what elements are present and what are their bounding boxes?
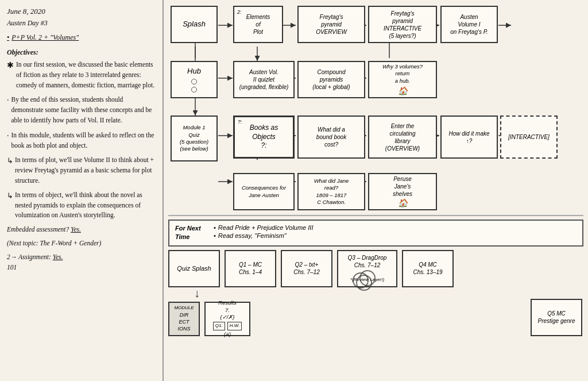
venn-circle-3 <box>356 275 372 291</box>
circulating-label: Enter the circulating library (OVERVIEW) <box>385 122 420 152</box>
elements-box: 2: Elements of Plot <box>233 6 283 43</box>
consequences-box: Consequences for Jane Austen <box>233 173 295 210</box>
why3volumes-label: Why 3 volumes? return a hub. <box>382 63 423 84</box>
arrow1-item: ↳ In terms of plot, we'll use Volume II … <box>7 155 156 186</box>
next-text-1: Read Pride + Prejudice Volume III <box>218 224 314 231</box>
what-jane-read-label: What did Jane read? 1809 – 1817 C Chawto… <box>314 178 349 206</box>
left-panel: June 8, 2020 Austen Day #3 • P+P Vol. 2 … <box>0 0 164 381</box>
arrow2-text: In terms of object, we'll think about th… <box>15 190 156 221</box>
assignment-label: 2→ Assignment: <box>7 253 51 260</box>
interactive-box: [INTERACTIVE] <box>500 116 558 159</box>
assignment-answer: Yes. <box>53 253 63 260</box>
next-bullet-2: • <box>214 232 216 239</box>
next-time-section: For Next Time • Read Pride + Prejudice V… <box>168 220 583 247</box>
austen-quizlet-label: Austen Vol. II quizlet (ungraded, flexib… <box>239 68 289 91</box>
q5-label: Q5 MC <box>547 310 566 317</box>
date: June 8, 2020 <box>7 6 156 17</box>
module1quiz-label: Module 1 Quiz (5 question) (see below) <box>180 124 208 152</box>
q2-box: Q2 – txt+ Chs. 7–12 <box>281 250 332 287</box>
q3-sub: Chs. 7–12 <box>354 261 381 269</box>
q3-box: Q3 – DragDrop Chs. 7–12 *(Review Layer!) <box>337 250 397 287</box>
elements-sub: 2: <box>237 9 242 16</box>
compound-pyramids-label: Compound pyramids (local + global) <box>312 68 350 91</box>
next-time-item-1: • Read Pride + Prejudice Volume III <box>214 224 313 231</box>
embedded-label: Embedded assessment? <box>7 226 69 233</box>
bullet3-text: In this module, students will be asked t… <box>11 130 156 151</box>
freytag-overview-label: Freytag's pyramid OVERVIEW <box>316 13 347 36</box>
q4-sub: Chs. 13–19 <box>413 268 442 276</box>
session: Austen Day #3 <box>7 18 156 29</box>
austen-vol1-box: Austen Volume I on Freytag's P. <box>440 6 498 43</box>
circulating-box: Enter the circulating library (OVERVIEW) <box>368 116 437 159</box>
results-opt2: H.W. <box>227 322 242 330</box>
bullet1-text: In our first session, we discussed the b… <box>16 60 156 90</box>
what-cost-box: What did a bound book cost? <box>297 116 365 159</box>
elements-label: Elements of Plot <box>246 13 270 36</box>
interactive-label: [INTERACTIVE] <box>508 133 550 141</box>
house-icon2: 🏠 <box>398 198 408 208</box>
books-objects-label: Books as Objects ?: <box>250 124 278 151</box>
embedded-note: Embedded assessment? Yes. <box>7 225 156 235</box>
bullet3-dot: · <box>7 130 9 143</box>
bullet3-item: · In this module, students will be asked… <box>7 130 156 151</box>
assignment-note: 2→ Assignment: Yes. 101 <box>7 252 156 273</box>
module-label: MODULE <box>174 305 194 311</box>
q5-box: Q5 MC Prestige genre <box>531 299 582 336</box>
q2-label: Q2 – txt+ <box>295 261 319 268</box>
austen-quizlet-box: Austen Vol. II quizlet (ungraded, flexib… <box>233 61 295 98</box>
arrow2-icon: ↳ <box>7 190 13 202</box>
splash-box: Splash <box>171 6 218 43</box>
next-time-items: • Read Pride + Prejudice Volume III • Re… <box>214 224 313 242</box>
next-time-item-2: • Read essay, "Feminism" <box>214 232 313 239</box>
next-topic-note: (Next topic: The F-Word + Gender) <box>7 238 156 249</box>
arrow2-item: ↳ In terms of object, we'll think about … <box>7 190 156 221</box>
books-q-mark: ?: <box>238 119 242 126</box>
q1-label: Q1 – MC <box>239 261 262 268</box>
compound-pyramids-box: Compound pyramids (local + global) <box>297 61 365 98</box>
hub-box: Hub <box>171 61 218 98</box>
results-opt1: Q1. <box>213 322 225 330</box>
how-did-label: How did it make ↑? <box>448 130 489 145</box>
module1quiz-box: Module 1 Quiz (5 question) (see below) <box>171 116 218 161</box>
hub-label: Hub <box>187 67 201 76</box>
objectives-label: Objectives: <box>7 47 156 58</box>
embedded-answer: Yes. <box>71 226 81 233</box>
austen-vol1-label: Austen Volume I on Freytag's P. <box>450 13 488 36</box>
topic: P+P Vol. 2 + "Volumes" <box>11 32 79 43</box>
what-jane-read-box: What did Jane read? 1809 – 1817 C Chawto… <box>297 173 365 210</box>
quiz-splash-box: Quiz Splash <box>168 250 220 287</box>
page: June 8, 2020 Austen Day #3 • P+P Vol. 2 … <box>0 0 588 381</box>
star-icon: ✱ <box>7 59 14 72</box>
freytag-interactive-label: Freytag's pyramid INTERACTIVE (5 layers?… <box>384 10 421 40</box>
results-box: Results 7. (✓/✗) Q1. H.W. (A) <box>204 302 250 336</box>
freytag-interactive-box: Freytag's pyramid INTERACTIVE (5 layers?… <box>368 6 437 43</box>
arrow1-text: In terms of plot, we'll use Volume II to… <box>15 155 156 186</box>
next-bullet-1: • <box>214 224 216 231</box>
q2-sub: Chs. 7–12 <box>293 268 320 276</box>
q4-box: Q4 MC Chs. 13–19 <box>402 250 454 287</box>
directions-box: MODULE DIR ECT IONS <box>168 302 200 336</box>
q1-sub: Chs. 1–4 <box>239 268 262 276</box>
q5-sub: Prestige genre <box>537 317 575 325</box>
results-sub: (A) <box>224 332 231 338</box>
freytag-overview-box: Freytag's pyramid OVERVIEW <box>297 6 365 43</box>
topic-line: • P+P Vol. 2 + "Volumes" <box>7 32 156 43</box>
quiz-section: Quiz Splash Q1 – MC Chs. 1–4 Q2 – txt+ C… <box>168 250 583 359</box>
what-cost-label: What did a bound book cost? <box>316 126 346 148</box>
next-text-2: Read essay, "Feminism" <box>218 232 287 239</box>
why3volumes-box: Why 3 volumes? return a hub. 🏠 <box>368 61 437 98</box>
bullet1-item: ✱ In our first session, we discussed the… <box>7 60 156 90</box>
next-time-label: For Next Time <box>175 224 207 242</box>
quiz-arrow-down: ↓ <box>194 287 200 299</box>
flowchart-top: Splash 2: Elements of Plot Freytag's pyr… <box>168 3 583 216</box>
home-icon: 🏠 <box>398 86 408 96</box>
bullet2-dot: · <box>7 94 9 107</box>
bullet-dot: • <box>7 32 9 43</box>
q4-label: Q4 MC <box>419 261 437 268</box>
q3-label: Q3 – DragDrop <box>348 254 387 261</box>
bullet2-text: By the end of this session, students sho… <box>11 95 156 125</box>
splash-label: Splash <box>183 20 206 29</box>
peruse-janes-label: Peruse Jane's shelves <box>393 175 412 198</box>
how-did-box: How did it make ↑? <box>440 116 498 159</box>
books-objects-box: ?: Books as Objects ?: <box>233 116 295 159</box>
